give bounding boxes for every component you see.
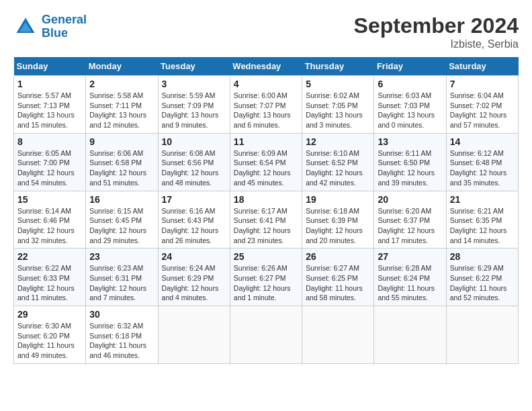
day-number: 25 <box>234 251 298 262</box>
calendar-table: SundayMondayTuesdayWednesdayThursdayFrid… <box>13 57 519 364</box>
table-row: 28 Sunrise: 6:29 AM Sunset: 6:22 PM Dayl… <box>446 248 518 306</box>
table-row: 19 Sunrise: 6:18 AM Sunset: 6:39 PM Dayl… <box>302 191 374 248</box>
table-row: 24 Sunrise: 6:24 AM Sunset: 6:29 PM Dayl… <box>158 248 230 306</box>
col-header-friday: Friday <box>374 57 446 76</box>
day-info: Sunrise: 6:00 AM Sunset: 7:07 PM Dayligh… <box>234 91 298 130</box>
day-number: 24 <box>162 251 226 262</box>
day-number: 27 <box>378 251 442 262</box>
table-row: 7 Sunrise: 6:04 AM Sunset: 7:02 PM Dayli… <box>446 76 518 134</box>
day-number: 6 <box>378 79 442 89</box>
day-info: Sunrise: 6:04 AM Sunset: 7:02 PM Dayligh… <box>450 91 515 130</box>
day-info: Sunrise: 5:58 AM Sunset: 7:11 PM Dayligh… <box>89 91 154 130</box>
day-number: 15 <box>17 194 82 205</box>
location-subtitle: Izbiste, Serbia <box>354 38 519 50</box>
table-row: 29 Sunrise: 6:30 AM Sunset: 6:20 PM Dayl… <box>14 306 86 364</box>
day-info: Sunrise: 6:08 AM Sunset: 6:56 PM Dayligh… <box>162 148 226 188</box>
table-row: 10 Sunrise: 6:08 AM Sunset: 6:56 PM Dayl… <box>158 133 230 191</box>
day-number: 28 <box>450 251 515 262</box>
table-row <box>302 306 374 364</box>
table-row: 6 Sunrise: 6:03 AM Sunset: 7:03 PM Dayli… <box>374 76 446 134</box>
day-number: 4 <box>234 79 298 89</box>
table-row: 3 Sunrise: 5:59 AM Sunset: 7:09 PM Dayli… <box>158 76 230 134</box>
day-info: Sunrise: 6:22 AM Sunset: 6:33 PM Dayligh… <box>17 263 82 303</box>
day-info: Sunrise: 5:59 AM Sunset: 7:09 PM Dayligh… <box>162 91 226 130</box>
day-number: 8 <box>17 136 82 147</box>
day-number: 19 <box>306 194 370 205</box>
col-header-tuesday: Tuesday <box>158 57 230 76</box>
day-info: Sunrise: 6:29 AM Sunset: 6:22 PM Dayligh… <box>450 263 515 303</box>
day-info: Sunrise: 6:06 AM Sunset: 6:58 PM Dayligh… <box>89 148 154 188</box>
day-info: Sunrise: 6:23 AM Sunset: 6:31 PM Dayligh… <box>89 263 154 303</box>
col-header-wednesday: Wednesday <box>230 57 302 76</box>
table-row <box>158 306 230 364</box>
col-header-thursday: Thursday <box>302 57 374 76</box>
table-row: 4 Sunrise: 6:00 AM Sunset: 7:07 PM Dayli… <box>230 76 302 134</box>
day-info: Sunrise: 6:12 AM Sunset: 6:48 PM Dayligh… <box>450 148 515 188</box>
day-info: Sunrise: 6:17 AM Sunset: 6:41 PM Dayligh… <box>234 206 298 246</box>
col-header-saturday: Saturday <box>446 57 518 76</box>
day-number: 2 <box>89 79 154 89</box>
day-info: Sunrise: 6:32 AM Sunset: 6:18 PM Dayligh… <box>89 321 154 361</box>
day-number: 18 <box>234 194 298 205</box>
day-number: 30 <box>89 309 154 320</box>
logo-line1: General <box>42 13 87 26</box>
day-number: 5 <box>306 79 370 89</box>
day-info: Sunrise: 6:20 AM Sunset: 6:37 PM Dayligh… <box>378 206 442 246</box>
day-info: Sunrise: 6:09 AM Sunset: 6:54 PM Dayligh… <box>234 148 298 188</box>
day-info: Sunrise: 6:03 AM Sunset: 7:03 PM Dayligh… <box>378 91 442 130</box>
day-number: 17 <box>162 194 226 205</box>
day-number: 11 <box>234 136 298 147</box>
table-row: 22 Sunrise: 6:22 AM Sunset: 6:33 PM Dayl… <box>14 248 86 306</box>
day-info: Sunrise: 6:30 AM Sunset: 6:20 PM Dayligh… <box>17 321 82 361</box>
day-number: 26 <box>306 251 370 262</box>
day-info: Sunrise: 6:15 AM Sunset: 6:45 PM Dayligh… <box>89 206 154 246</box>
table-row: 9 Sunrise: 6:06 AM Sunset: 6:58 PM Dayli… <box>86 133 158 191</box>
table-row: 17 Sunrise: 6:16 AM Sunset: 6:43 PM Dayl… <box>158 191 230 248</box>
table-row: 11 Sunrise: 6:09 AM Sunset: 6:54 PM Dayl… <box>230 133 302 191</box>
table-row: 23 Sunrise: 6:23 AM Sunset: 6:31 PM Dayl… <box>86 248 158 306</box>
table-row <box>446 306 518 364</box>
day-info: Sunrise: 6:10 AM Sunset: 6:52 PM Dayligh… <box>306 148 370 188</box>
title-block: September 2024 Izbiste, Serbia <box>354 13 519 50</box>
table-row <box>374 306 446 364</box>
day-number: 7 <box>450 79 515 89</box>
day-info: Sunrise: 6:05 AM Sunset: 7:00 PM Dayligh… <box>17 148 82 188</box>
table-row: 1 Sunrise: 5:57 AM Sunset: 7:13 PM Dayli… <box>14 76 86 134</box>
col-header-monday: Monday <box>86 57 158 76</box>
day-info: Sunrise: 6:18 AM Sunset: 6:39 PM Dayligh… <box>306 206 370 246</box>
logo-line2: Blue <box>42 26 68 40</box>
table-row: 18 Sunrise: 6:17 AM Sunset: 6:41 PM Dayl… <box>230 191 302 248</box>
table-row <box>230 306 302 364</box>
day-number: 13 <box>378 136 442 147</box>
day-info: Sunrise: 6:27 AM Sunset: 6:25 PM Dayligh… <box>306 263 370 303</box>
day-number: 20 <box>378 194 442 205</box>
table-row: 2 Sunrise: 5:58 AM Sunset: 7:11 PM Dayli… <box>86 76 158 134</box>
day-number: 23 <box>89 251 154 262</box>
col-header-sunday: Sunday <box>14 57 86 76</box>
table-row: 20 Sunrise: 6:20 AM Sunset: 6:37 PM Dayl… <box>374 191 446 248</box>
logo-icon <box>13 15 38 39</box>
day-number: 14 <box>450 136 515 147</box>
day-info: Sunrise: 6:21 AM Sunset: 6:35 PM Dayligh… <box>450 206 515 246</box>
table-row: 30 Sunrise: 6:32 AM Sunset: 6:18 PM Dayl… <box>86 306 158 364</box>
table-row: 27 Sunrise: 6:28 AM Sunset: 6:24 PM Dayl… <box>374 248 446 306</box>
day-number: 21 <box>450 194 515 205</box>
table-row: 16 Sunrise: 6:15 AM Sunset: 6:45 PM Dayl… <box>86 191 158 248</box>
table-row: 5 Sunrise: 6:02 AM Sunset: 7:05 PM Dayli… <box>302 76 374 134</box>
day-number: 29 <box>17 309 82 320</box>
day-info: Sunrise: 6:14 AM Sunset: 6:46 PM Dayligh… <box>17 206 82 246</box>
day-info: Sunrise: 6:02 AM Sunset: 7:05 PM Dayligh… <box>306 91 370 130</box>
day-number: 22 <box>17 251 82 262</box>
day-info: Sunrise: 6:16 AM Sunset: 6:43 PM Dayligh… <box>162 206 226 246</box>
table-row: 12 Sunrise: 6:10 AM Sunset: 6:52 PM Dayl… <box>302 133 374 191</box>
table-row: 21 Sunrise: 6:21 AM Sunset: 6:35 PM Dayl… <box>446 191 518 248</box>
day-info: Sunrise: 6:24 AM Sunset: 6:29 PM Dayligh… <box>162 263 226 303</box>
table-row: 26 Sunrise: 6:27 AM Sunset: 6:25 PM Dayl… <box>302 248 374 306</box>
day-info: Sunrise: 6:11 AM Sunset: 6:50 PM Dayligh… <box>378 148 442 188</box>
table-row: 13 Sunrise: 6:11 AM Sunset: 6:50 PM Dayl… <box>374 133 446 191</box>
table-row: 14 Sunrise: 6:12 AM Sunset: 6:48 PM Dayl… <box>446 133 518 191</box>
logo: General Blue <box>13 13 87 40</box>
day-number: 10 <box>162 136 226 147</box>
day-number: 1 <box>17 79 82 89</box>
page-header: General Blue September 2024 Izbiste, Ser… <box>13 13 519 50</box>
